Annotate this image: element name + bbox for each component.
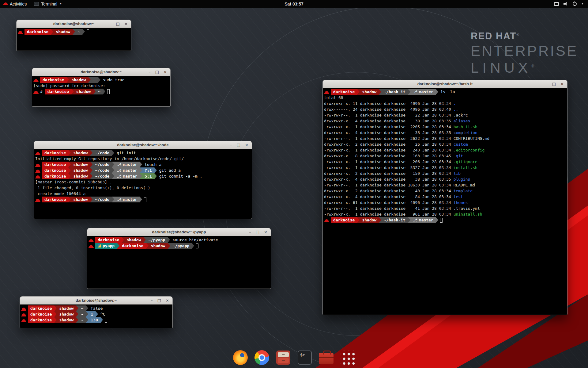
dock-item-toolbox[interactable] — [318, 350, 334, 366]
prompt-segment-code: ~/code — [92, 173, 112, 179]
terminal-cursor — [144, 197, 146, 202]
prompt-segment-: ~ — [78, 305, 86, 311]
redhat-prompt-icon — [34, 91, 38, 93]
power-icon[interactable] — [573, 2, 577, 6]
maximize-button[interactable]: □ — [237, 141, 240, 149]
prompt-segment-darknoise: darknoise — [42, 197, 68, 202]
window-title: darknoise@shadow:~/bash-it — [323, 82, 567, 86]
prompt-segment-darknoise: darknoise — [28, 305, 54, 311]
terminal-line: drwxrwxr-x. 2 darknoise darknoise 40 Jan… — [324, 188, 566, 194]
activities-button[interactable]: Activities — [0, 0, 30, 8]
terminal-text: drwxrwxr-x. 2 darknoise darknoise 26 Jan… — [324, 141, 454, 147]
terminal-line: darknoiseshadow~/code⎇master?:1 git add … — [35, 167, 251, 173]
clock[interactable]: Sat 03:57 — [0, 2, 588, 6]
terminal-content[interactable]: darknoiseshadow~/code git initInitialize… — [34, 149, 252, 203]
minimize-button[interactable]: – — [149, 68, 151, 76]
powerline-separator — [112, 162, 114, 167]
system-status-area[interactable]: ▼ — [554, 2, 588, 6]
window-titlebar[interactable]: darknoise@shadow:~ – □ × — [20, 297, 172, 305]
close-button[interactable]: × — [245, 141, 248, 149]
window-titlebar[interactable]: darknoise@shadow:~ – □ × — [32, 68, 170, 76]
powerline-separator — [408, 217, 410, 223]
dock-item-files[interactable] — [275, 350, 291, 366]
prompt-segment-darknoise: darknoise — [331, 217, 357, 223]
close-button[interactable]: × — [166, 297, 169, 305]
terminal-line: drwxrwxr-x. 2 darknoise darknoise 150 Ja… — [324, 171, 566, 176]
window-titlebar[interactable]: darknoise@shadow:~ – □ × — [17, 20, 131, 28]
redhat-prompt-icon — [36, 152, 40, 155]
volume-icon[interactable] — [564, 2, 568, 6]
terminal-content[interactable]: darknoiseshadow~ — [17, 28, 131, 36]
minimize-button[interactable]: – — [151, 297, 153, 305]
dock-item-chrome[interactable] — [254, 350, 270, 366]
maximize-button[interactable]: □ — [256, 228, 259, 236]
terminal-text: # — [40, 89, 45, 94]
close-button[interactable]: × — [264, 228, 267, 236]
prompt-segment-code: ~/code — [92, 167, 112, 173]
terminal-text: -rw-rw-r--. 1 darknoise darknoise 22 Jan… — [324, 112, 454, 118]
terminal-content[interactable]: darknoiseshadow~ sudo true[sudo] passwor… — [32, 76, 170, 95]
powerline-separator — [436, 89, 438, 95]
dock-item-show-applications[interactable] — [340, 350, 356, 366]
minimize-button[interactable]: – — [545, 80, 548, 88]
window-titlebar[interactable]: darknoise@shadow:~/code – □ × — [34, 141, 252, 149]
close-button[interactable]: × — [560, 80, 564, 88]
terminal-text: -rwxrwxr-x. 1 darknoise darknoise 206 Ja… — [324, 159, 454, 165]
prompt-segment-pyapp: ~/pyapp — [146, 237, 168, 243]
prompt-segment-: ~ — [78, 317, 86, 323]
terminal-cursor — [105, 318, 107, 323]
powerline-separator — [408, 89, 410, 95]
terminal-text: [master (root-commit) 50bcb63] . — [35, 179, 112, 185]
terminal-window-code: darknoise@shadow:~/code – □ × darknoises… — [34, 141, 252, 219]
prompt-segment-shadow: shadow — [74, 89, 93, 94]
python-icon — [98, 244, 101, 247]
minimize-button[interactable]: – — [109, 20, 111, 28]
prompt-segment-: ~ — [78, 311, 86, 317]
maximize-button[interactable]: □ — [116, 20, 120, 28]
terminal-icon — [34, 2, 39, 6]
window-titlebar[interactable]: darknoise@shadow:~/pyapp – □ × — [87, 228, 271, 236]
terminal-window-pyapp: darknoise@shadow:~/pyapp – □ × darknoise… — [87, 228, 271, 289]
terminal-text: git init — [114, 150, 136, 156]
terminal-line: darknoiseshadow~ false — [21, 305, 171, 311]
minimize-button[interactable]: – — [249, 228, 251, 236]
powerline-separator — [140, 167, 142, 173]
terminal-text: .gitignore — [454, 159, 477, 165]
dock: $> — [0, 350, 588, 366]
close-button[interactable]: × — [164, 68, 167, 76]
maximize-button[interactable]: □ — [157, 297, 161, 305]
minimize-button[interactable]: – — [230, 141, 232, 149]
dock-item-terminal[interactable]: $> — [297, 350, 313, 366]
terminal-text: aliases — [454, 118, 470, 124]
prompt-segment-master: ⎇master — [114, 197, 140, 202]
maximize-button[interactable]: □ — [552, 80, 556, 88]
terminal-line: drwxrwxr-x. 61 darknoise darknoise 4096 … — [324, 200, 566, 205]
display-icon[interactable] — [554, 2, 559, 6]
maximize-button[interactable]: □ — [155, 68, 159, 76]
powerline-separator — [168, 237, 170, 243]
terminal-line: [master (root-commit) 50bcb63] . — [35, 179, 251, 185]
powerline-separator — [76, 311, 78, 317]
terminal-text: -rwxrwxr-x. 1 darknoise darknoise 240 Ja… — [324, 147, 454, 153]
prompt-segment-darknoise: darknoise — [119, 243, 146, 249]
terminal-content[interactable]: darknoiseshadow~/pyapp source bin/activa… — [87, 236, 271, 250]
terminal-content[interactable]: darknoiseshadow~/bash-it⎇master ls -lato… — [323, 88, 567, 224]
terminal-window-home-2: darknoise@shadow:~ – □ × darknoiseshadow… — [20, 296, 173, 328]
registered-mark: ® — [531, 64, 538, 68]
powerline-separator — [140, 162, 142, 167]
prompt-segment-shadow: shadow — [57, 305, 76, 311]
terminal-line: -rw-rw-r--. 1 darknoise darknoise 3622 J… — [324, 136, 566, 141]
powerline-separator — [112, 167, 114, 173]
chevron-down-icon[interactable]: ▼ — [581, 2, 584, 5]
close-button[interactable]: × — [124, 20, 128, 28]
terminal-content[interactable]: darknoiseshadow~ falsedarknoiseshadow~1 … — [20, 305, 172, 324]
powerline-separator — [86, 317, 88, 323]
terminal-text: drwxrwxr-x. 2 darknoise darknoise 150 Ja… — [324, 171, 454, 176]
terminal-text: drwxrwxr-x. 11 darknoise darknoise 4096 … — [324, 101, 454, 106]
powerline-separator — [54, 305, 57, 311]
terminal-text: drwxrwxr-x. 8 darknoise darknoise 163 Ja… — [324, 153, 454, 159]
window-titlebar[interactable]: darknoise@shadow:~/bash-it – □ × — [323, 80, 567, 88]
app-menu-terminal[interactable]: Terminal ▼ — [30, 0, 66, 8]
terminal-line: darknoiseshadow~/code⎇master — [35, 197, 251, 202]
dock-item-firefox[interactable] — [232, 350, 248, 366]
